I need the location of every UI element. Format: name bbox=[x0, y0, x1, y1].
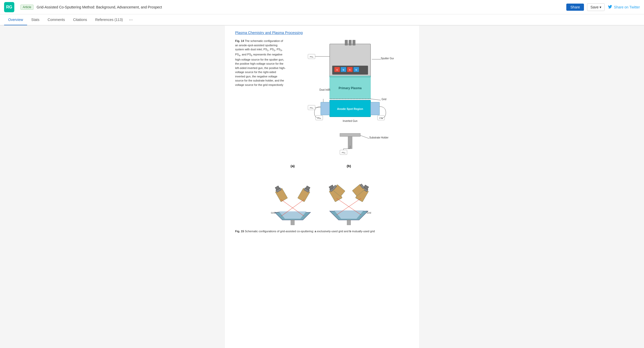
svg-text:S: S bbox=[336, 69, 338, 71]
svg-text:PS₅: PS₅ bbox=[310, 107, 313, 109]
svg-text:N: N bbox=[355, 69, 357, 71]
svg-text:Dust Inlet: Dust Inlet bbox=[319, 88, 330, 91]
header: RG Article Grid-Assisted Co-Sputtering M… bbox=[0, 0, 644, 14]
svg-text:Grid: Grid bbox=[367, 212, 371, 214]
svg-text:PS₄: PS₄ bbox=[342, 152, 345, 154]
svg-rect-12 bbox=[345, 40, 348, 45]
save-button[interactable]: Save ▾ bbox=[587, 3, 605, 11]
svg-text:N: N bbox=[343, 69, 344, 71]
figure-15a: (a) bbox=[267, 164, 318, 226]
svg-text:Grid: Grid bbox=[382, 98, 386, 101]
svg-text:Anode Spot Region: Anode Spot Region bbox=[337, 107, 363, 110]
svg-line-28 bbox=[371, 99, 381, 100]
nav-tabs: Overview Stats Comments Citations Refere… bbox=[0, 14, 644, 26]
figure-14-diagram: PS₁ S N S N bbox=[307, 39, 394, 156]
figure-15a-diagram: Grid bbox=[267, 169, 318, 225]
figure-14-caption-text: The schematic configuration of an anode-… bbox=[235, 39, 286, 86]
fig15b-label: (b) bbox=[321, 164, 377, 168]
svg-rect-34 bbox=[371, 102, 379, 115]
svg-text:Primary Plasma: Primary Plasma bbox=[339, 86, 362, 90]
svg-rect-14 bbox=[353, 40, 355, 45]
figure-15-caption-text: Schematic configurations of grid-assiste… bbox=[245, 230, 375, 233]
figure-14-caption: Fig. 14 The schematic configuration of a… bbox=[235, 39, 286, 87]
svg-text:Inverted Gun: Inverted Gun bbox=[343, 120, 358, 122]
tab-references[interactable]: References (113) bbox=[91, 15, 127, 25]
article-title: Grid-Assisted Co-Sputtering Method: Back… bbox=[37, 5, 566, 9]
logo[interactable]: RG bbox=[4, 2, 14, 12]
figure-15b-diagram: Grid bbox=[321, 169, 377, 225]
figure-14-label: Fig. 14 bbox=[235, 39, 244, 42]
svg-line-41 bbox=[360, 135, 369, 138]
journal-name[interactable]: Plasma Chemistry and Plasma Processing bbox=[235, 31, 409, 35]
svg-rect-31 bbox=[321, 102, 330, 115]
tab-comments[interactable]: Comments bbox=[43, 15, 69, 25]
share-button[interactable]: Share bbox=[566, 4, 584, 11]
figure-15b: (b) bbox=[321, 164, 377, 226]
main-content: Plasma Chemistry and Plasma Processing F… bbox=[0, 26, 644, 348]
figure-15-caption: Fig. 15 Schematic configurations of grid… bbox=[235, 229, 409, 234]
svg-text:PS₁: PS₁ bbox=[310, 56, 313, 58]
svg-rect-59 bbox=[291, 220, 294, 225]
tab-stats[interactable]: Stats bbox=[27, 15, 43, 25]
figure-15-images: (a) bbox=[235, 164, 409, 234]
tab-citations[interactable]: Citations bbox=[69, 15, 91, 25]
header-actions: Share Save ▾ Share on Twitter bbox=[566, 3, 640, 11]
fig15a-label: (a) bbox=[267, 164, 318, 168]
content-area: Plasma Chemistry and Plasma Processing F… bbox=[225, 26, 419, 348]
figure-14-image: PS₁ S N S N bbox=[291, 39, 409, 156]
svg-rect-13 bbox=[349, 40, 351, 45]
svg-text:S: S bbox=[349, 69, 351, 71]
article-badge: Article bbox=[20, 5, 33, 10]
svg-rect-39 bbox=[340, 133, 360, 136]
more-menu-button[interactable]: ··· bbox=[127, 14, 135, 26]
twitter-share-button[interactable]: Share on Twitter bbox=[608, 5, 640, 9]
svg-text:Grid: Grid bbox=[271, 212, 275, 214]
svg-text:Substrate Holder: Substrate Holder bbox=[369, 136, 389, 139]
figure-15-label: Fig. 15 bbox=[235, 230, 244, 233]
chevron-down-icon: ▾ bbox=[600, 5, 601, 9]
twitter-icon bbox=[608, 5, 612, 9]
figure-14-row: Fig. 14 The schematic configuration of a… bbox=[235, 39, 409, 156]
figure-15-section: (a) bbox=[235, 164, 409, 234]
svg-rect-76 bbox=[347, 220, 351, 225]
svg-text:Sputter Gun: Sputter Gun bbox=[381, 57, 394, 60]
tab-overview[interactable]: Overview bbox=[4, 15, 27, 25]
figure-14-section: Fig. 14 The schematic configuration of a… bbox=[235, 39, 409, 234]
